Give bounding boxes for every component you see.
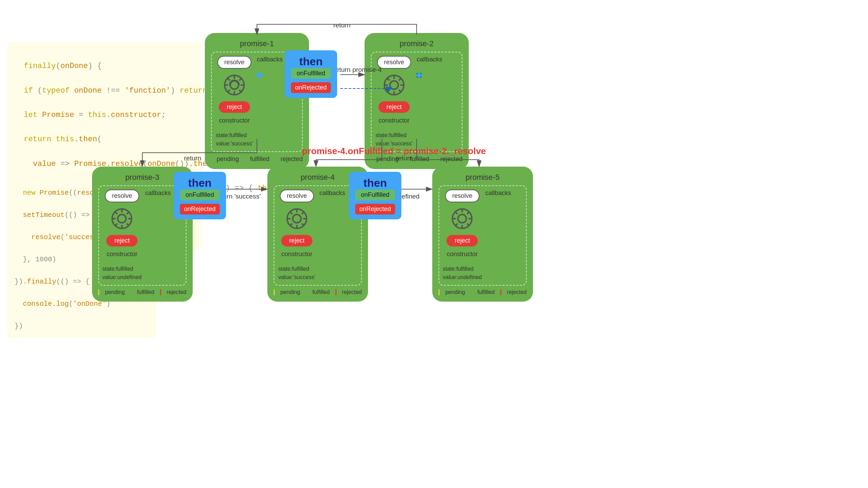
p3-fulfilled-dot xyxy=(130,289,131,295)
p1-pending-label: pending xyxy=(217,155,239,163)
p1-resolve: resolve xyxy=(217,56,251,69)
svg-line-27 xyxy=(127,224,129,226)
svg-line-18 xyxy=(399,78,401,81)
p2-reject: reject xyxy=(378,101,410,113)
svg-line-36 xyxy=(290,212,292,214)
then-2-onRejected: onRejected xyxy=(180,204,220,214)
p2-gear-icon xyxy=(382,73,406,97)
svg-line-28 xyxy=(127,212,129,214)
promise-2-label: promise-2 xyxy=(371,39,462,48)
p4-reject: reject xyxy=(281,235,312,246)
svg-line-37 xyxy=(302,224,304,226)
p1-constructor-label: constructor xyxy=(219,117,250,124)
then-3-box: then onFulfilled onRejected xyxy=(349,172,401,219)
return-label-top: return xyxy=(333,22,351,29)
svg-line-46 xyxy=(455,212,458,214)
p2-state: state:fulfilled value:'success' xyxy=(376,131,413,148)
then-3-onFulfilled: onFulfilled xyxy=(355,190,395,200)
promise-1-label: promise-1 xyxy=(211,39,303,48)
return-left-label: return xyxy=(184,154,201,162)
p4-constructor-label: constructor xyxy=(281,251,312,258)
svg-point-11 xyxy=(390,81,398,89)
p3-resolve: resolve xyxy=(105,190,139,202)
svg-point-1 xyxy=(230,81,239,89)
p4-resolve: resolve xyxy=(280,190,314,202)
p3-pending-dot xyxy=(98,289,99,295)
svg-line-16 xyxy=(387,78,390,81)
p1-state: state:fulfilled value:'success' xyxy=(216,131,253,148)
p5-state: state:fulfilled value:undefined xyxy=(443,265,482,281)
then-1-onRejected: onRejected xyxy=(291,82,331,93)
svg-line-17 xyxy=(399,90,401,92)
svg-point-31 xyxy=(293,214,301,223)
svg-line-19 xyxy=(387,90,390,92)
p3-reject: reject xyxy=(106,235,137,246)
svg-point-41 xyxy=(458,214,466,223)
p3-gear-icon xyxy=(110,207,134,231)
svg-line-26 xyxy=(115,212,117,214)
p4-state: state:fulfilled value:'success' xyxy=(278,265,316,281)
p3-state: state:fulfilled value:undefined xyxy=(102,265,142,281)
then-2-title: then xyxy=(180,177,220,190)
p5-reject: reject xyxy=(446,235,478,246)
p5-constructor-label: constructor xyxy=(447,251,478,258)
p1-gear-icon xyxy=(222,73,247,97)
p1-callbacks-label: callbacks xyxy=(257,56,283,63)
promise-4-label: promise-4 xyxy=(274,173,362,182)
p2-constructor-label: constructor xyxy=(378,117,409,124)
p3-rejected-dot xyxy=(160,289,161,295)
p2-rejected-label: rejected xyxy=(440,155,462,163)
p2-pending-label: pending xyxy=(376,155,399,163)
p4-callbacks-label: callbacks xyxy=(319,190,345,197)
svg-line-47 xyxy=(467,224,469,226)
p5-callbacks-label: callbacks xyxy=(485,190,511,197)
svg-line-39 xyxy=(290,224,292,226)
then-2-onFulfilled: onFulfilled xyxy=(180,190,220,200)
svg-line-9 xyxy=(227,90,230,92)
then-3-onRejected: onRejected xyxy=(355,204,395,214)
promise-note: promise-4.onFulfilled = promise-2._resol… xyxy=(302,146,486,157)
then-1-onFulfilled: onFulfilled xyxy=(291,68,331,79)
p3-callbacks-label: callbacks xyxy=(145,190,171,197)
p2-resolve: resolve xyxy=(377,56,411,69)
svg-line-49 xyxy=(455,224,458,226)
return-right-label: return xyxy=(396,154,413,162)
promise-5-label: promise-5 xyxy=(439,173,527,182)
promise-3-label: promise-3 xyxy=(98,173,186,182)
then-1-box: then onFulfilled onRejected xyxy=(285,50,337,98)
svg-line-8 xyxy=(239,78,242,81)
svg-line-7 xyxy=(239,90,242,92)
svg-line-48 xyxy=(467,212,469,214)
return-promise4-label: return promise-4 xyxy=(333,66,382,74)
promise-5-box: promise-5 resolve xyxy=(432,167,533,302)
p1-reject: reject xyxy=(219,101,250,113)
p4-gear-icon xyxy=(285,207,309,231)
then-1-title: then xyxy=(291,55,331,68)
p1-fulfilled-label: fulfilled xyxy=(250,155,269,163)
p3-constructor-label: constructor xyxy=(107,251,137,258)
p2-callbacks-label: callbacks xyxy=(417,56,442,63)
then-2-box: then onFulfilled onRejected xyxy=(174,172,226,219)
p1-rejected-label: rejected xyxy=(281,155,303,163)
p5-gear-icon xyxy=(450,207,474,231)
svg-point-21 xyxy=(118,214,126,223)
then-3-title: then xyxy=(355,177,395,190)
svg-line-6 xyxy=(227,78,230,81)
svg-line-29 xyxy=(115,224,117,226)
svg-line-38 xyxy=(302,212,304,214)
p5-resolve: resolve xyxy=(445,190,479,202)
